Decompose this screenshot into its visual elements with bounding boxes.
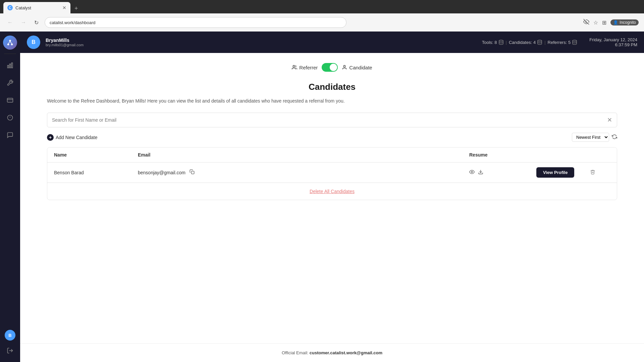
incognito-badge: 👤 Incognito [610,19,639,25]
view-toggle-switch[interactable] [322,63,338,72]
topbar-user-info: BryanMills bry.mills01@gmail.com [46,38,84,47]
col-delete [590,152,610,158]
footer: Official Email: customer.catalist.work@g… [20,343,644,362]
svg-line-4 [8,42,10,44]
sidebar-user-avatar[interactable]: B [5,330,15,341]
col-name: Name [54,152,138,158]
svg-point-16 [538,40,542,41]
candidates-stat: Candidates: 4 [509,40,542,45]
delete-all-button[interactable]: Delete All Candidates [310,189,355,194]
topbar-email: bry.mills01@gmail.com [46,43,84,47]
refresh-button[interactable]: ↻ [32,18,41,27]
add-candidate-label: Add New Candidate [56,135,98,140]
sidebar-divider [4,54,16,54]
svg-point-15 [499,40,503,41]
sidebar-item-ideas[interactable] [3,110,17,125]
sidebar-logout-button[interactable] [3,343,17,358]
referrers-stat: Referrers: 5 [548,40,578,45]
tab-title: Catalyst [15,5,60,10]
resume-actions [469,169,536,176]
content-area: Referrer Candidate Candidates Welcome to… [20,53,644,343]
col-action [536,152,590,158]
svg-rect-8 [11,63,12,68]
add-icon: + [47,134,54,141]
sidebar-toggle-icon[interactable]: ⊞ [602,19,606,26]
referrers-label: Referrers: 5 [548,40,571,45]
topbar: B BryanMills bry.mills01@gmail.com Tools… [20,32,644,53]
svg-point-3 [11,44,13,46]
refresh-sort-button[interactable] [612,134,617,141]
new-tab-button[interactable]: + [72,4,81,13]
topbar-username: BryanMills [46,38,84,43]
sidebar-logo[interactable] [3,36,17,50]
copy-email-button[interactable] [190,169,195,176]
back-button[interactable]: ← [5,18,15,27]
sort-controls: Newest First Oldest First A-Z Z-A [572,133,617,142]
svg-point-1 [9,40,11,42]
main-content: B BryanMills bry.mills01@gmail.com Tools… [20,32,644,362]
svg-point-17 [573,40,577,41]
view-profile-button[interactable]: View Profile [536,167,574,178]
active-tab[interactable]: C Catalyst ✕ [3,2,70,13]
table-row: Benson Barad bensonjay@gmail.com [47,163,617,183]
svg-point-21 [471,171,473,173]
view-profile-cell: View Profile [536,167,590,178]
svg-rect-6 [8,65,9,68]
topbar-stats: Tools: 8 | Candidates: 4 | Referrers: 5 [482,40,577,45]
footer-email: customer.catalist.work@gmail.com [310,350,382,355]
svg-rect-20 [191,171,194,174]
toggle-knob [330,64,337,71]
url-text: catalist.work/dashboard [50,20,96,25]
sidebar: B [0,32,20,362]
address-bar[interactable]: catalist.work/dashboard [45,17,346,28]
candidate-label: Candidate [342,65,372,70]
table-header: Name Email Resume [47,147,617,163]
footer-label: Official Email: [282,350,308,355]
search-bar: ✕ [47,113,617,127]
candidate-name: Benson Barad [54,170,138,175]
delete-all-row: Delete All Candidates [47,183,617,200]
sort-select[interactable]: Newest First Oldest First A-Z Z-A [572,133,609,142]
delete-candidate-cell [590,169,610,176]
sidebar-item-analytics[interactable] [3,58,17,73]
sidebar-item-billing[interactable] [3,93,17,108]
svg-point-18 [293,65,295,67]
incognito-label: Incognito [620,20,636,25]
search-clear-button[interactable]: ✕ [607,116,612,124]
svg-point-2 [7,44,9,46]
forward-button[interactable]: → [19,18,28,27]
col-email: Email [138,152,469,158]
candidates-table: Name Email Resume Benson Barad bensonjay… [47,147,617,200]
page-title: Candidates [47,82,617,92]
candidate-email: bensonjay@gmail.com [138,169,469,176]
svg-line-5 [10,42,12,44]
tools-stat: Tools: 8 [482,40,504,45]
candidates-toolbar: + Add New Candidate Newest First Oldest … [47,133,617,142]
add-candidate-button[interactable]: + Add New Candidate [47,134,98,141]
topbar-date: Friday, January 12, 2024 [589,37,637,42]
col-resume: Resume [469,152,536,158]
svg-rect-7 [9,64,10,68]
star-icon[interactable]: ☆ [593,19,598,26]
tools-label: Tools: 8 [482,40,497,45]
candidates-label: Candidates: 4 [509,40,536,45]
sidebar-item-tools[interactable] [3,75,17,90]
view-toggle-row: Referrer Candidate [47,63,617,72]
eye-slash-icon[interactable] [583,19,589,26]
topbar-time: 6:37:59 PM [589,42,637,47]
referrer-label: Referrer [292,65,318,70]
download-resume-button[interactable] [478,169,483,176]
svg-point-19 [344,65,345,67]
delete-candidate-button[interactable] [590,169,595,176]
tab-close-button[interactable]: ✕ [62,5,66,10]
view-resume-button[interactable] [469,169,475,176]
tab-favicon: C [7,5,13,10]
topbar-datetime: Friday, January 12, 2024 6:37:59 PM [589,37,637,47]
sidebar-item-messages[interactable] [3,128,17,142]
svg-rect-9 [7,98,13,102]
page-subtitle: Welcome to the Refree Dashboard, Bryan M… [47,98,396,105]
search-input[interactable] [52,117,607,123]
topbar-avatar: B [27,36,40,49]
